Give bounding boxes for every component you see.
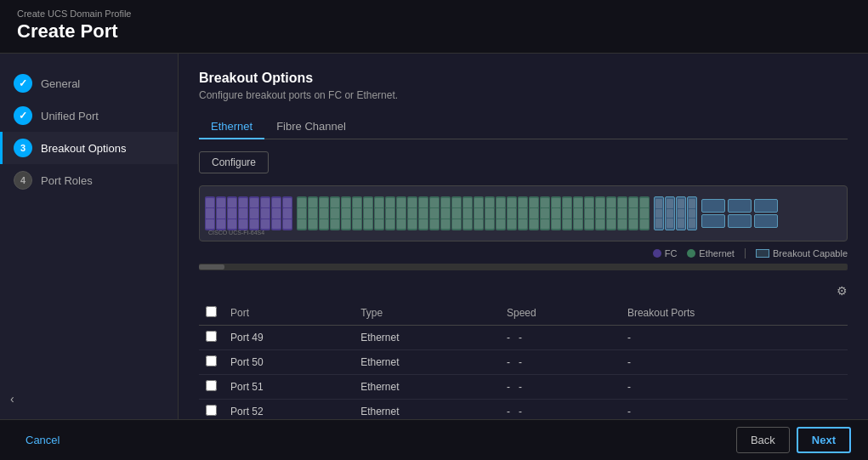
sidebar-item-general[interactable]: General: [0, 67, 178, 99]
row-checkbox[interactable]: [206, 405, 217, 416]
ucs-diagram-inner: CISCO UCS-FI-64S4: [205, 191, 842, 236]
sidebar-item-unified-port[interactable]: Unified Port: [0, 99, 178, 132]
select-all-checkbox[interactable]: [206, 306, 217, 317]
port-diagram: CISCO UCS-FI-64S4: [199, 185, 848, 241]
step-icon-unified-port: [14, 106, 32, 125]
table-settings-icon[interactable]: ⚙: [837, 284, 848, 298]
row-port: Port 52: [224, 400, 354, 420]
step-icon-breakout: 3: [14, 139, 32, 157]
legend-fc: FC: [653, 248, 678, 258]
diagram-legend: FC Ethernet Breakout Capable: [199, 248, 848, 258]
back-button[interactable]: Back: [736, 427, 790, 453]
col-type: Type: [354, 301, 500, 326]
qsfp-port-group: [701, 199, 725, 228]
page-footer: Cancel Back Next: [0, 419, 868, 460]
row-speed: - -: [500, 400, 621, 420]
row-breakout-ports: -: [621, 375, 848, 400]
row-checkbox-cell: [199, 400, 224, 420]
table-row: Port 49 Ethernet - - -: [199, 326, 848, 350]
col-speed: Speed: [500, 301, 621, 326]
qsfp-port-group-2: [728, 199, 752, 228]
legend-breakout: Breakout Capable: [756, 248, 848, 258]
table-body: Port 49 Ethernet - - - Port 50 Ethernet …: [199, 326, 848, 420]
configure-button[interactable]: Configure: [199, 151, 269, 173]
qsfp-port-1: [701, 199, 725, 213]
fc-port-group: [205, 196, 292, 230]
row-speed: - -: [500, 350, 621, 375]
legend-breakout-label: Breakout Capable: [773, 248, 848, 258]
legend-divider: [745, 248, 746, 258]
table-row: Port 52 Ethernet - - -: [199, 400, 848, 420]
row-checkbox[interactable]: [206, 331, 217, 342]
legend-fc-dot: [653, 249, 661, 258]
table-row: Port 50 Ethernet - - -: [199, 350, 848, 375]
col-port: Port: [224, 301, 354, 326]
cancel-button[interactable]: Cancel: [17, 429, 68, 451]
main-layout: General Unified Port 3 Breakout Options …: [0, 54, 868, 419]
sidebar-collapse-arrow[interactable]: ‹: [10, 392, 14, 406]
ports-table: Port Type Speed Breakout Ports Port 49 E…: [199, 301, 848, 419]
row-speed: - -: [500, 326, 621, 350]
tab-ethernet[interactable]: Ethernet: [199, 115, 264, 139]
row-type: Ethernet: [354, 400, 500, 420]
legend-ethernet: Ethernet: [687, 248, 735, 258]
ports-table-container: ⚙ Port Type Speed Breakout Ports: [199, 284, 848, 419]
ucs-device-label: CISCO UCS-FI-64S4: [208, 230, 264, 236]
row-breakout-ports: -: [621, 350, 848, 375]
qsfp-port-5: [754, 199, 778, 213]
table-head: Port Type Speed Breakout Ports: [199, 301, 848, 326]
eth-port-group: [297, 196, 650, 230]
header-subtitle: Create UCS Domain Profile: [17, 9, 851, 19]
table-header-row: ⚙: [199, 284, 848, 298]
breakout-port-group: [654, 196, 697, 230]
row-port: Port 51: [224, 375, 354, 400]
header-title: Create Port: [17, 20, 851, 43]
legend-eth-label: Ethernet: [699, 248, 735, 258]
scroll-thumb: [199, 264, 224, 270]
sidebar-item-label-port-roles: Port Roles: [41, 174, 93, 187]
sidebar-item-label-breakout: Breakout Options: [41, 142, 126, 155]
row-type: Ethernet: [354, 350, 500, 375]
legend-breakout-box: [756, 249, 769, 258]
qsfp-port-group-3: [754, 199, 778, 228]
footer-left: Cancel: [17, 429, 68, 451]
content-area: Breakout Options Configure breakout port…: [179, 54, 868, 419]
row-checkbox[interactable]: [206, 380, 217, 391]
row-port: Port 49: [224, 326, 354, 350]
page-header: Create UCS Domain Profile Create Port: [0, 0, 868, 54]
row-port: Port 50: [224, 350, 354, 375]
legend-fc-label: FC: [665, 248, 678, 258]
row-speed: - -: [500, 375, 621, 400]
sidebar-item-port-roles[interactable]: 4 Port Roles: [0, 164, 178, 196]
section-desc: Configure breakout ports on FC or Ethern…: [199, 89, 848, 101]
step-icon-general: [14, 74, 32, 93]
sidebar-item-label-unified-port: Unified Port: [41, 110, 99, 122]
table-row: Port 51 Ethernet - - -: [199, 375, 848, 400]
col-checkbox: [199, 301, 224, 326]
qsfp-port-6: [754, 214, 778, 228]
sidebar: General Unified Port 3 Breakout Options …: [0, 54, 179, 419]
legend-eth-dot: [687, 249, 695, 258]
qsfp-port-3: [728, 199, 752, 213]
scroll-indicator: [199, 264, 848, 270]
qsfp-port-2: [701, 214, 725, 228]
footer-right: Back Next: [736, 427, 851, 453]
row-breakout-ports: -: [621, 400, 848, 420]
step-icon-port-roles: 4: [14, 171, 32, 190]
next-button[interactable]: Next: [797, 427, 851, 453]
row-checkbox[interactable]: [206, 355, 217, 366]
row-checkbox-cell: [199, 326, 224, 350]
col-breakout-ports: Breakout Ports: [621, 301, 848, 326]
tab-fibre-channel[interactable]: Fibre Channel: [264, 115, 358, 139]
table-header: Port Type Speed Breakout Ports: [199, 301, 848, 326]
sidebar-item-label-general: General: [41, 77, 80, 90]
sidebar-item-breakout-options[interactable]: 3 Breakout Options: [0, 132, 178, 164]
section-title: Breakout Options: [199, 71, 848, 86]
qsfp-port-4: [728, 214, 752, 228]
tab-bar: Ethernet Fibre Channel: [199, 115, 848, 139]
row-checkbox-cell: [199, 375, 224, 400]
row-checkbox-cell: [199, 350, 224, 375]
row-type: Ethernet: [354, 375, 500, 400]
row-breakout-ports: -: [621, 326, 848, 350]
row-type: Ethernet: [354, 326, 500, 350]
